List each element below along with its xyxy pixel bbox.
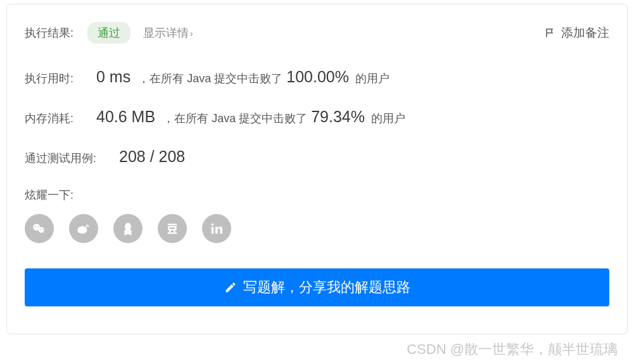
svg-point-3 bbox=[37, 226, 39, 227]
svg-rect-12 bbox=[169, 227, 176, 230]
testcase-label: 通过测试用例: bbox=[25, 151, 96, 166]
svg-point-10 bbox=[129, 234, 132, 235]
svg-point-2 bbox=[35, 226, 36, 227]
show-detail-link[interactable]: 显示详情› bbox=[143, 25, 193, 41]
svg-point-6 bbox=[77, 226, 87, 234]
add-remark-text: 添加备注 bbox=[561, 25, 609, 41]
runtime-suffix: 的用户 bbox=[355, 71, 390, 86]
weibo-icon[interactable] bbox=[69, 214, 98, 243]
flag-icon bbox=[545, 27, 556, 39]
result-label: 执行结果: bbox=[25, 25, 73, 41]
svg-point-4 bbox=[40, 229, 41, 230]
share-label: 炫耀一下: bbox=[25, 187, 609, 203]
douban-icon[interactable] bbox=[158, 214, 187, 243]
runtime-mid: ，在所有 Java 提交中击败了 bbox=[138, 71, 282, 86]
wechat-icon[interactable] bbox=[25, 214, 54, 243]
write-solution-button[interactable]: 写题解，分享我的解题思路 bbox=[25, 268, 609, 306]
memory-mid: ，在所有 Java 提交中击败了 bbox=[163, 111, 307, 126]
testcase-value: 208 / 208 bbox=[119, 147, 185, 166]
svg-point-9 bbox=[124, 234, 127, 235]
svg-rect-16 bbox=[212, 227, 214, 234]
qq-icon[interactable] bbox=[113, 214, 143, 243]
watermark-text: CSDN @散一世繁华，颠半世琉璃 bbox=[407, 340, 618, 359]
memory-label: 内存消耗: bbox=[25, 111, 73, 126]
memory-percent: 79.34% bbox=[311, 108, 365, 126]
svg-point-5 bbox=[42, 229, 43, 230]
memory-row: 内存消耗: 40.6 MB ，在所有 Java 提交中击败了 79.34% 的用… bbox=[25, 108, 609, 126]
add-remark-button[interactable]: 添加备注 bbox=[545, 25, 609, 41]
runtime-row: 执行用时: 0 ms ，在所有 Java 提交中击败了 100.00% 的用户 bbox=[25, 68, 609, 86]
pen-icon bbox=[224, 281, 237, 294]
detail-link-text: 显示详情 bbox=[143, 27, 189, 39]
testcase-row: 通过测试用例: 208 / 208 bbox=[25, 147, 609, 166]
result-panel: 执行结果: 通过 显示详情› 添加备注 执行用时: 0 ms ，在所有 Java… bbox=[6, 4, 628, 334]
memory-value: 40.6 MB bbox=[96, 108, 155, 126]
chevron-right-icon: › bbox=[190, 28, 193, 39]
svg-point-1 bbox=[39, 227, 44, 233]
svg-point-17 bbox=[212, 223, 214, 226]
social-row bbox=[25, 214, 609, 243]
memory-suffix: 的用户 bbox=[371, 111, 405, 126]
svg-point-8 bbox=[124, 229, 132, 234]
runtime-value: 0 ms bbox=[96, 68, 130, 86]
runtime-label: 执行用时: bbox=[25, 71, 73, 86]
linkedin-icon[interactable] bbox=[202, 214, 231, 243]
write-solution-text: 写题解，分享我的解题思路 bbox=[243, 278, 410, 297]
header-row: 执行结果: 通过 显示详情› 添加备注 bbox=[25, 22, 609, 44]
status-badge: 通过 bbox=[87, 22, 130, 44]
runtime-percent: 100.00% bbox=[286, 68, 349, 86]
